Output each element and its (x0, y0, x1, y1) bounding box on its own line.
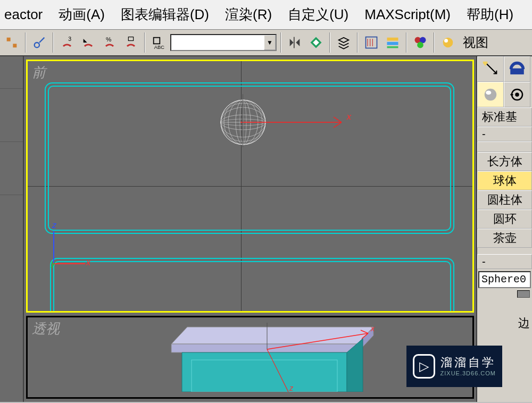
tab-motion-icon[interactable] (504, 82, 530, 107)
menu-reactor[interactable]: eactor (4, 6, 43, 23)
mirror-icon[interactable] (285, 33, 304, 52)
axis-x-label-corner: x (86, 258, 90, 267)
axis-x-label-gizmo: x (347, 112, 351, 122)
curve-editor-icon[interactable] (362, 33, 381, 52)
svg-rect-12 (387, 38, 398, 41)
transform-gizmo-x[interactable] (240, 112, 358, 144)
snap-toggle-icon[interactable] (2, 33, 21, 52)
snap-3-icon[interactable]: 3 (57, 33, 77, 52)
menu-help[interactable]: 帮助(H) (467, 5, 513, 24)
object-type-button[interactable]: 球体 (477, 171, 532, 190)
spinner-snap-icon[interactable] (121, 33, 140, 52)
svg-point-44 (485, 89, 497, 101)
svg-point-45 (486, 91, 491, 95)
rollup-name-color[interactable]: - (477, 254, 532, 269)
watermark-url: ZIXUE.3D66.COM (440, 370, 496, 377)
dropdown-arrow-icon[interactable]: ▼ (264, 35, 276, 50)
view-label: 视图 (460, 34, 492, 51)
svg-point-47 (515, 93, 519, 97)
svg-rect-14 (387, 46, 398, 48)
svg-marker-33 (171, 344, 358, 352)
menu-bar: eactor 动画(A) 图表编辑器(D) 渲染(R) 自定义(U) MAXSc… (0, 0, 532, 30)
command-panel-tabs (477, 56, 532, 107)
named-selection-icon[interactable]: ABC (149, 33, 168, 52)
viewport-perspective-label: 透视 (32, 320, 60, 338)
axis-y-label: y (51, 259, 55, 268)
color-swatch[interactable] (517, 290, 530, 298)
svg-text:ABC: ABC (154, 45, 164, 50)
chamfer-box-bottom-inner (53, 261, 451, 313)
svg-rect-13 (387, 42, 398, 45)
play-icon: ▷ (413, 354, 435, 379)
svg-point-17 (417, 42, 423, 48)
object-type-button[interactable]: 茶壶 (477, 229, 532, 248)
menu-customize[interactable]: 自定义(U) (288, 5, 348, 24)
watermark-badge: ▷ 溜溜自学 ZIXUE.3D66.COM (406, 346, 502, 387)
watermark-title: 溜溜自学 (440, 356, 496, 370)
svg-marker-35 (182, 352, 347, 392)
schematic-view-icon[interactable] (383, 33, 402, 52)
svg-rect-6 (128, 37, 133, 41)
axis-z-label: z (52, 221, 56, 230)
svg-point-18 (443, 38, 453, 48)
svg-text:3: 3 (68, 36, 71, 42)
svg-marker-32 (171, 327, 373, 344)
viewport-front[interactable]: 前 z x y (26, 60, 474, 313)
tab-modify-icon[interactable] (504, 56, 530, 82)
object-type-button[interactable]: 长方体 (477, 152, 532, 171)
named-selection-dropdown[interactable]: ▼ (170, 34, 277, 51)
object-name-field[interactable]: Sphere0 (478, 271, 531, 288)
tab-create-icon[interactable] (477, 56, 504, 82)
material-editor-icon[interactable] (411, 33, 430, 52)
svg-text:%: % (106, 36, 111, 43)
menu-graph-editor[interactable]: 图表编辑器(D) (121, 5, 209, 24)
angle-snap-icon[interactable] (79, 33, 98, 52)
viewport-front-label: 前 (32, 63, 46, 82)
layers-icon[interactable] (334, 33, 353, 52)
category-dropdown[interactable]: 标准基 (477, 107, 532, 127)
svg-point-19 (444, 39, 448, 43)
svg-point-2 (35, 43, 39, 47)
left-viewport-strip (0, 56, 24, 402)
perspective-model: x z (150, 317, 384, 392)
svg-text:x: x (370, 324, 375, 333)
attach-icon[interactable] (30, 33, 49, 52)
svg-rect-0 (7, 38, 11, 41)
menu-animation[interactable]: 动画(A) (59, 5, 105, 24)
render-scene-icon[interactable] (438, 33, 458, 52)
tab-hierarchy-icon[interactable] (477, 82, 504, 107)
edge-label: 边 (477, 314, 532, 333)
rollup-object-type[interactable]: - (477, 127, 532, 141)
object-type-button[interactable]: 圆环 (477, 209, 532, 229)
object-type-list: 长方体球体圆柱体圆环茶壶 (477, 152, 532, 248)
svg-rect-1 (13, 44, 16, 47)
object-type-button[interactable]: 圆柱体 (477, 190, 532, 209)
svg-text:z: z (289, 384, 294, 392)
menu-maxscript[interactable]: MAXScript(M) (364, 6, 451, 23)
align-icon[interactable] (306, 33, 326, 52)
percent-snap-icon[interactable]: % (100, 33, 119, 52)
svg-line-3 (39, 38, 44, 43)
toolbar: 3 % ABC ▼ 视图 (0, 30, 532, 56)
svg-rect-43 (510, 69, 524, 74)
menu-render[interactable]: 渲染(R) (225, 5, 272, 24)
